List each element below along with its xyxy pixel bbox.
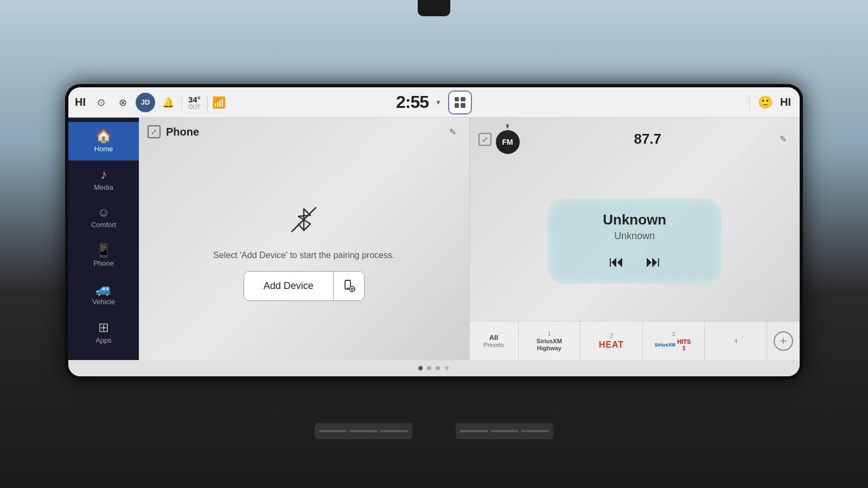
seat-heat-icon[interactable]: ⊗ bbox=[114, 94, 131, 111]
status-center: 2:55 ▼ bbox=[396, 91, 472, 114]
dot-indicators: + bbox=[68, 360, 800, 376]
track-card: Unknown Unknown ⏮ ⏭ bbox=[548, 198, 722, 284]
add-panel-button[interactable]: + bbox=[444, 363, 449, 373]
radio-edit-button[interactable]: ✎ bbox=[776, 132, 791, 147]
status-right: 🙂 HI bbox=[476, 94, 793, 111]
comfort-label: Comfort bbox=[91, 221, 116, 229]
media-icon: ♪ bbox=[100, 168, 107, 181]
status-left: HI ⊙ ⊗ JD 🔔 34° OUT 📶 bbox=[75, 93, 392, 112]
preset-item-2[interactable]: 2 HEAT bbox=[580, 322, 643, 360]
grid-icon bbox=[455, 97, 465, 108]
highway-logo: SiriusXMHighway bbox=[537, 338, 562, 351]
preset-num-4: 4 bbox=[734, 338, 737, 344]
phone-panel-title: Phone bbox=[166, 126, 199, 138]
media-label: Media bbox=[94, 183, 113, 191]
infotainment-screen: HI ⊙ ⊗ JD 🔔 34° OUT 📶 2:55 ▼ bbox=[68, 87, 800, 376]
add-device-row: Add Device bbox=[244, 271, 365, 301]
track-title: Unknown bbox=[570, 211, 700, 228]
radio-content: Unknown Unknown ⏮ ⏭ bbox=[470, 160, 800, 321]
sidebar-item-apps[interactable]: ⊞ Apps bbox=[68, 313, 139, 352]
temp-label: OUT bbox=[189, 104, 200, 110]
left-hi-label: HI bbox=[75, 96, 86, 108]
next-track-button[interactable]: ⏭ bbox=[646, 253, 661, 271]
preset-num-1: 1 bbox=[547, 330, 551, 337]
steering-wheel-icon: ⊙ bbox=[92, 94, 110, 111]
bluetooth-crossed-icon bbox=[290, 206, 318, 240]
passenger-icon: 🙂 bbox=[756, 94, 774, 111]
preset-item-3[interactable]: 3 SiriusXMHITS 1 bbox=[643, 322, 705, 360]
phone-panel-header: Phone ✎ bbox=[139, 118, 469, 146]
preset-item-1[interactable]: 1 SiriusXMHighway bbox=[519, 322, 581, 360]
dot-1[interactable] bbox=[418, 366, 423, 370]
preset-num-2: 2 bbox=[610, 332, 613, 339]
right-hi-label: HI bbox=[780, 96, 791, 108]
status-bar: HI ⊙ ⊗ JD 🔔 34° OUT 📶 2:55 ▼ bbox=[68, 87, 800, 118]
siriusxm-logo: SiriusXMHITS 1 bbox=[655, 338, 693, 351]
fm-label: FM bbox=[502, 138, 513, 146]
status-divider bbox=[749, 94, 750, 111]
add-preset-circle-icon: + bbox=[774, 331, 793, 351]
radio-header: ▼ FM 87.7 ✎ bbox=[470, 118, 800, 160]
wifi-icon[interactable]: 📶 bbox=[212, 96, 226, 109]
sidebar-item-phone[interactable]: 📱 Phone bbox=[68, 236, 139, 275]
temp-value: 34° bbox=[188, 95, 201, 104]
add-preset-button[interactable]: + bbox=[767, 322, 800, 360]
car-background: HI ⊙ ⊗ JD 🔔 34° OUT 📶 2:55 ▼ bbox=[0, 0, 868, 488]
frequency-display: 87.7 bbox=[634, 131, 661, 147]
presets-row: All Presets 1 SiriusXMHighway 2 HEAT bbox=[470, 321, 800, 360]
phone-nav-icon: 📱 bbox=[95, 244, 112, 257]
user-avatar[interactable]: JD bbox=[136, 93, 155, 112]
track-artist: Unknown bbox=[570, 230, 700, 242]
vent-area bbox=[315, 423, 553, 439]
preset-item-4[interactable]: 4 bbox=[705, 322, 767, 360]
phone-nav-label: Phone bbox=[93, 259, 114, 267]
all-presets-button[interactable]: All Presets bbox=[470, 322, 519, 360]
radio-expand-button[interactable] bbox=[478, 133, 492, 146]
playback-controls: ⏮ ⏭ bbox=[570, 253, 700, 271]
device-settings-button[interactable] bbox=[334, 272, 364, 300]
phone-content: Select 'Add Device' to start the pairing… bbox=[139, 146, 469, 360]
home-icon: 🏠 bbox=[95, 130, 112, 143]
vehicle-icon: 🚙 bbox=[95, 282, 112, 296]
fm-selector-button[interactable]: FM bbox=[496, 130, 520, 154]
notification-icon[interactable]: 🔔 bbox=[159, 94, 177, 111]
grid-view-button[interactable] bbox=[448, 91, 472, 114]
sidebar: 🏠 Home ♪ Media ☺ Comfort 📱 Phone bbox=[68, 118, 139, 360]
fm-badge: ▼ FM bbox=[478, 124, 520, 154]
all-presets-label: All bbox=[489, 333, 499, 342]
phone-settings-icon bbox=[341, 278, 356, 293]
apps-icon: ⊞ bbox=[98, 321, 109, 334]
phone-expand-button[interactable] bbox=[148, 125, 161, 138]
home-label: Home bbox=[94, 145, 113, 153]
sidebar-item-home[interactable]: 🏠 Home bbox=[68, 122, 139, 160]
radio-panel: ▼ FM 87.7 ✎ Unknown bbox=[470, 118, 800, 360]
heat-logo: HEAT bbox=[599, 340, 624, 350]
clock-display: 2:55 bbox=[396, 92, 429, 112]
svg-point-4 bbox=[351, 288, 353, 290]
all-presets-sublabel: Presets bbox=[483, 342, 503, 348]
vehicle-label: Vehicle bbox=[92, 298, 115, 306]
add-device-button[interactable]: Add Device bbox=[244, 272, 334, 300]
phone-instruction-text: Select 'Add Device' to start the pairing… bbox=[213, 251, 394, 260]
phone-panel: Phone ✎ S bbox=[139, 118, 470, 360]
dashboard-frame: HI ⊙ ⊗ JD 🔔 34° OUT 📶 2:55 ▼ bbox=[65, 84, 803, 380]
dot-2[interactable] bbox=[427, 366, 431, 370]
comfort-icon: ☺ bbox=[98, 207, 110, 219]
dot-3[interactable] bbox=[436, 366, 440, 370]
main-content: 🏠 Home ♪ Media ☺ Comfort 📱 Phone bbox=[68, 118, 800, 360]
sidebar-item-media[interactable]: ♪ Media bbox=[68, 160, 139, 199]
panels-container: Phone ✎ S bbox=[139, 118, 800, 360]
phone-edit-button[interactable]: ✎ bbox=[445, 124, 461, 139]
preset-num-3: 3 bbox=[672, 331, 675, 337]
apps-label: Apps bbox=[95, 336, 112, 344]
sidebar-item-comfort[interactable]: ☺ Comfort bbox=[68, 199, 139, 236]
temperature-display: 34° OUT bbox=[181, 95, 208, 110]
sidebar-item-vehicle[interactable]: 🚙 Vehicle bbox=[68, 275, 139, 313]
phone-title-row: Phone bbox=[148, 125, 199, 138]
prev-track-button[interactable]: ⏮ bbox=[609, 253, 624, 271]
